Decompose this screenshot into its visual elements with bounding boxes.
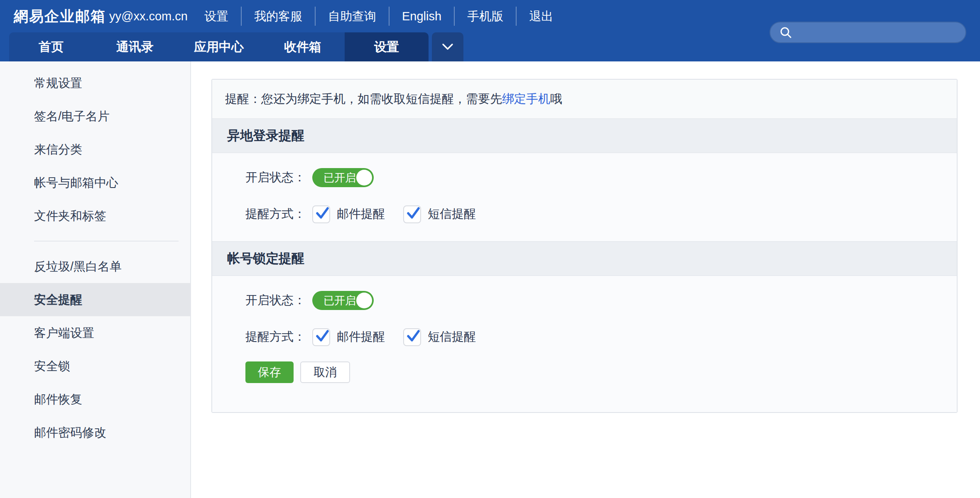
topbar-link-logout[interactable]: 退出	[516, 7, 566, 26]
notice-text: 提醒：您还为绑定手机，如需收取短信提醒，需要先	[225, 91, 502, 107]
section-title-remote-login: 异地登录提醒	[212, 119, 957, 153]
notice-suffix: 哦	[550, 91, 562, 107]
sidebar-item-mail-classification[interactable]: 来信分类	[0, 133, 190, 166]
tab-appcenter[interactable]: 应用中心	[177, 32, 261, 61]
check-icon	[405, 327, 421, 344]
content-area: 提醒：您还为绑定手机，如需收取短信提醒，需要先绑定手机哦 异地登录提醒 开启状态…	[191, 61, 980, 498]
topbar-link-mobile[interactable]: 手机版	[454, 7, 516, 26]
search-input[interactable]	[797, 23, 960, 42]
security-alert-panel: 提醒：您还为绑定手机，如需收取短信提醒，需要先绑定手机哦 异地登录提醒 开启状态…	[211, 79, 958, 413]
sidebar-item-client-settings[interactable]: 客户端设置	[0, 316, 190, 349]
sidebar-item-signature[interactable]: 签名/电子名片	[0, 100, 190, 133]
sidebar-item-mail-password[interactable]: 邮件密码修改	[0, 416, 190, 449]
sms-alert-option[interactable]: 短信提醒	[403, 328, 476, 346]
tab-inbox[interactable]: 收件箱	[261, 32, 345, 61]
cancel-button[interactable]: 取消	[300, 361, 350, 383]
email-alert-checkbox[interactable]	[312, 205, 330, 223]
sms-alert-checkbox[interactable]	[403, 328, 421, 346]
section-body-remote-login: 开启状态： 已开启 提醒方式：	[212, 153, 957, 242]
sms-alert-label: 短信提醒	[428, 206, 476, 222]
method-label: 提醒方式：	[245, 206, 306, 222]
sidebar-item-security-alerts[interactable]: 安全提醒	[0, 283, 190, 316]
sidebar-item-folders-labels[interactable]: 文件夹和标签	[0, 199, 190, 232]
tab-home[interactable]: 首页	[9, 32, 93, 61]
method-label: 提醒方式：	[245, 329, 306, 345]
sidebar-item-account-center[interactable]: 帐号与邮箱中心	[0, 166, 190, 199]
search-box[interactable]	[769, 22, 966, 43]
section-title-account-lock: 帐号锁定提醒	[212, 242, 957, 276]
method-row: 提醒方式： 邮件提醒	[245, 327, 957, 347]
status-row: 开启状态： 已开启	[245, 168, 957, 187]
actions-row: 保存 取消	[245, 361, 957, 412]
account-email: yy@xx.com.cn	[109, 0, 188, 32]
sidebar-item-mail-recovery[interactable]: 邮件恢复	[0, 383, 190, 416]
toggle-knob	[356, 170, 372, 186]
sms-alert-label: 短信提醒	[428, 329, 476, 345]
bind-phone-link[interactable]: 绑定手机	[502, 91, 550, 107]
check-icon	[314, 327, 331, 344]
email-alert-option[interactable]: 邮件提醒	[312, 328, 385, 346]
topbar-link-support[interactable]: 我的客服	[241, 7, 315, 26]
main-nav: 首页 通讯录 应用中心 收件箱 设置	[9, 32, 429, 61]
status-label: 开启状态：	[245, 169, 306, 186]
topbar-links: 设置 我的客服 自助查询 English 手机版 退出	[192, 0, 566, 32]
sms-alert-checkbox[interactable]	[403, 205, 421, 223]
nav-more-button[interactable]	[432, 32, 463, 61]
sidebar-divider	[34, 241, 179, 242]
email-alert-label: 邮件提醒	[337, 329, 385, 345]
email-alert-label: 邮件提醒	[337, 206, 385, 222]
toggle-state-label: 已开启	[323, 291, 356, 310]
tab-contacts[interactable]: 通讯录	[93, 32, 177, 61]
check-icon	[314, 205, 331, 221]
toggle-state-label: 已开启	[323, 168, 356, 187]
remote-login-toggle[interactable]: 已开启	[312, 168, 374, 187]
section-body-account-lock: 开启状态： 已开启 提醒方式：	[212, 276, 957, 412]
check-icon	[405, 205, 421, 221]
header: 網易企业邮箱 yy@xx.com.cn 设置 我的客服 自助查询 English…	[0, 0, 980, 61]
settings-sidebar: 常规设置 签名/电子名片 来信分类 帐号与邮箱中心 文件夹和标签 反垃圾/黑白名…	[0, 61, 191, 498]
status-row: 开启状态： 已开启	[245, 291, 957, 310]
status-label: 开启状态：	[245, 292, 306, 309]
account-lock-toggle[interactable]: 已开启	[312, 291, 374, 310]
sidebar-item-general[interactable]: 常规设置	[0, 66, 190, 100]
topbar-link-selfhelp[interactable]: 自助查询	[315, 7, 389, 26]
tab-settings[interactable]: 设置	[345, 32, 429, 61]
sidebar-item-antispam[interactable]: 反垃圾/黑白名单	[0, 250, 190, 283]
main-area: 常规设置 签名/电子名片 来信分类 帐号与邮箱中心 文件夹和标签 反垃圾/黑白名…	[0, 61, 980, 498]
search-icon	[779, 26, 792, 39]
topbar-link-settings[interactable]: 设置	[192, 7, 241, 26]
app-window: 網易企业邮箱 yy@xx.com.cn 设置 我的客服 自助查询 English…	[0, 0, 980, 498]
sidebar-item-security-lock[interactable]: 安全锁	[0, 349, 190, 383]
save-button[interactable]: 保存	[245, 361, 294, 383]
bind-phone-notice: 提醒：您还为绑定手机，如需收取短信提醒，需要先绑定手机哦	[212, 80, 957, 119]
toggle-knob	[356, 293, 372, 308]
topbar-link-english[interactable]: English	[389, 7, 454, 26]
sms-alert-option[interactable]: 短信提醒	[403, 205, 476, 223]
chevron-down-icon	[441, 42, 455, 51]
email-alert-option[interactable]: 邮件提醒	[312, 205, 385, 223]
method-row: 提醒方式： 邮件提醒	[245, 205, 957, 224]
email-alert-checkbox[interactable]	[312, 328, 330, 346]
brand-logo[interactable]: 網易企业邮箱	[14, 0, 106, 32]
